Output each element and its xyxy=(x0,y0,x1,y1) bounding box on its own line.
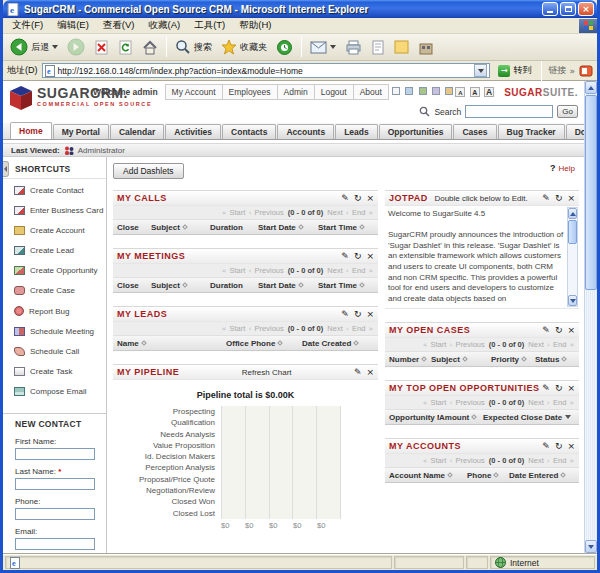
page-scrollbar[interactable] xyxy=(584,81,597,553)
pagination-previous[interactable]: ‹ Previous xyxy=(247,324,283,333)
theme-swatch[interactable] xyxy=(392,87,400,95)
pagination-previous[interactable]: ‹ Previous xyxy=(247,266,283,275)
column-header[interactable]: Priority xyxy=(491,355,535,364)
column-header[interactable]: Start Time xyxy=(318,281,374,290)
pagination-next[interactable]: Next › xyxy=(327,324,350,333)
menu-item[interactable]: 编辑(E) xyxy=(50,19,96,32)
pagination-end[interactable]: End » xyxy=(352,266,374,275)
stop-button[interactable] xyxy=(91,39,112,56)
shortcut-item[interactable]: Create Lead xyxy=(14,246,104,255)
mail-button[interactable] xyxy=(307,40,339,55)
column-header[interactable]: Subject xyxy=(151,223,210,232)
print-button[interactable] xyxy=(342,39,365,56)
pagination-next[interactable]: Next › xyxy=(528,456,551,465)
column-header[interactable]: Close xyxy=(117,281,151,290)
shortcut-item[interactable]: Report Bug xyxy=(14,306,104,316)
column-header[interactable]: Date Entered xyxy=(509,471,575,480)
column-header[interactable]: Name xyxy=(117,339,226,348)
maximize-button[interactable] xyxy=(560,2,576,16)
notes-button[interactable] xyxy=(391,39,412,55)
shortcut-item[interactable]: Schedule Call xyxy=(14,347,104,356)
search-button[interactable]: 搜索 xyxy=(172,38,215,56)
email-field[interactable] xyxy=(15,538,95,550)
help-link[interactable]: ? Help xyxy=(550,163,575,173)
column-header[interactable]: Account Name xyxy=(389,471,467,480)
pagination-next[interactable]: Next › xyxy=(327,266,350,275)
scroll-down-icon[interactable] xyxy=(585,540,597,553)
history-button[interactable] xyxy=(273,38,296,57)
title-bar[interactable]: e SugarCRM - Commercial Open Source CRM … xyxy=(3,0,597,18)
close-dashlet-icon[interactable]: × xyxy=(366,310,374,319)
column-header[interactable]: Subject xyxy=(431,355,491,364)
pagination-previous[interactable]: ‹ Previous xyxy=(448,340,484,349)
scroll-up-icon[interactable] xyxy=(568,208,577,219)
shortcut-item[interactable]: Enter Business Card xyxy=(14,206,104,215)
refresh-dashlet-icon[interactable]: ↻ xyxy=(354,252,362,261)
refresh-dashlet-icon[interactable]: ↻ xyxy=(354,310,362,319)
theme-swatch[interactable] xyxy=(419,87,427,95)
pagination-end[interactable]: End » xyxy=(553,456,575,465)
pagination-previous[interactable]: ‹ Previous xyxy=(247,208,283,217)
first-name-field[interactable] xyxy=(15,448,95,460)
module-tab[interactable]: Cases xyxy=(453,124,496,139)
pagination-end[interactable]: End » xyxy=(553,340,575,349)
jotpad-text[interactable]: Welcome to SugarSuite 4.5 SugarCRM proud… xyxy=(385,206,579,308)
edit-dashlet-icon[interactable]: ✎ xyxy=(542,442,550,451)
column-header[interactable]: Number xyxy=(389,355,431,364)
module-tab[interactable]: Opportunities xyxy=(379,124,453,139)
close-dashlet-icon[interactable]: × xyxy=(366,194,374,203)
edit-dashlet-icon[interactable]: ✎ xyxy=(542,326,550,335)
last-name-field[interactable] xyxy=(15,478,95,490)
module-tab[interactable]: Home xyxy=(10,122,52,139)
scrollbar-thumb[interactable] xyxy=(585,95,597,290)
module-tab[interactable]: Activities xyxy=(165,124,221,139)
shortcut-item[interactable]: Create Account xyxy=(14,226,104,235)
edit-dashlet-icon[interactable]: ✎ xyxy=(341,310,349,319)
column-header[interactable]: Start Time xyxy=(318,223,374,232)
phone-field[interactable] xyxy=(15,508,95,520)
sidebar-collapse-handle[interactable] xyxy=(3,161,9,177)
pagination-end[interactable]: End » xyxy=(352,324,374,333)
refresh-dashlet-icon[interactable]: ↻ xyxy=(555,194,563,203)
pagination-start[interactable]: « Start xyxy=(221,208,246,217)
address-dropdown-button[interactable] xyxy=(474,64,487,77)
menu-item[interactable]: 工具(T) xyxy=(187,19,232,32)
edit-dashlet-icon[interactable]: ✎ xyxy=(341,194,349,203)
last-viewed-item[interactable]: Administrator xyxy=(78,146,125,155)
module-tab[interactable]: Bug Tracker xyxy=(498,124,565,139)
forward-button[interactable] xyxy=(64,37,88,57)
pagination-start[interactable]: « Start xyxy=(422,398,447,407)
refresh-dashlet-icon[interactable]: ↻ xyxy=(555,384,563,393)
close-dashlet-icon[interactable]: × xyxy=(567,442,575,451)
pagination-start[interactable]: « Start xyxy=(422,456,447,465)
column-header[interactable]: Office Phone xyxy=(226,339,302,348)
close-dashlet-icon[interactable]: × xyxy=(567,194,575,203)
pagination-start[interactable]: « Start xyxy=(221,324,246,333)
pagination-start[interactable]: « Start xyxy=(221,266,246,275)
refresh-dashlet-icon[interactable]: ↻ xyxy=(555,442,563,451)
pagination-start[interactable]: « Start xyxy=(422,340,447,349)
scrollbar-thumb[interactable] xyxy=(568,220,577,244)
favorites-button[interactable]: 收藏夹 xyxy=(218,38,270,56)
messenger-button[interactable] xyxy=(415,39,437,56)
column-header[interactable]: Close xyxy=(117,223,151,232)
column-header[interactable]: Duration xyxy=(210,281,258,290)
shortcut-item[interactable]: Create Case xyxy=(14,286,104,295)
links-menu[interactable]: 链接 » xyxy=(548,64,575,77)
jotpad-body[interactable]: Welcome to SugarSuite 4.5 SugarCRM proud… xyxy=(385,206,579,309)
column-header[interactable]: Start Date xyxy=(258,281,318,290)
add-dashlets-button[interactable]: Add Dashlets xyxy=(113,163,184,179)
module-tab[interactable]: Leads xyxy=(335,124,378,139)
refresh-chart-link[interactable]: Refresh Chart xyxy=(179,368,354,377)
scroll-up-icon[interactable] xyxy=(585,81,597,94)
column-header[interactable]: Subject xyxy=(151,281,210,290)
search-input[interactable] xyxy=(465,105,553,118)
address-input[interactable]: e http://192.168.0.148/crm/index.php?act… xyxy=(42,63,491,78)
theme-swatch[interactable] xyxy=(432,87,440,95)
menu-item[interactable]: 帮助(H) xyxy=(232,19,278,32)
edit-dashlet-icon[interactable]: ✎ xyxy=(341,252,349,261)
font-size-small-button[interactable]: A xyxy=(455,87,465,97)
shortcut-item[interactable]: Compose Email xyxy=(14,387,104,396)
edit-dashlet-icon[interactable]: ✎ xyxy=(354,368,362,377)
theme-swatch[interactable] xyxy=(445,87,453,95)
